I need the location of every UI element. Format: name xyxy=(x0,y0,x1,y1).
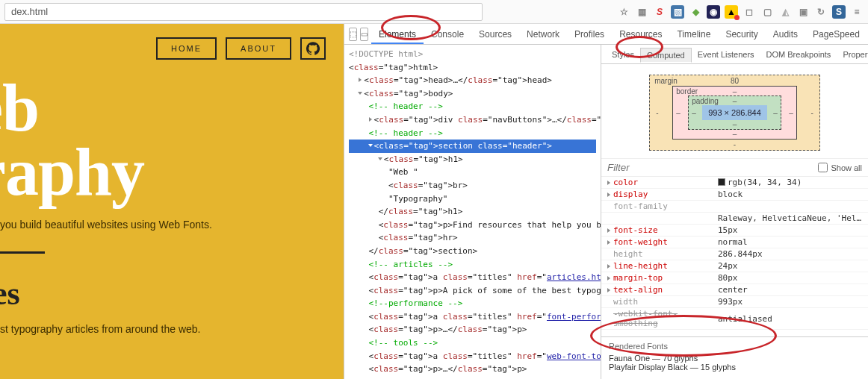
elements-line[interactable]: </class="tag">section> xyxy=(349,245,596,258)
sidebar-tab-event-listeners[interactable]: Event Listeners xyxy=(692,48,760,61)
cloud-icon[interactable]: ◭ xyxy=(778,5,792,19)
elements-line[interactable]: <class="tag">p>Find resources that help … xyxy=(349,219,596,232)
devtools-toolbar: ⬚ ▭ ElementsConsoleSourcesNetworkProfile… xyxy=(344,24,868,45)
computed-prop-row[interactable]: width993px xyxy=(601,296,868,308)
computed-properties[interactable]: colorrgb(34, 34, 34)displayblockfont-fam… xyxy=(601,177,868,336)
rendered-fonts: Rendered Fonts Fauna One — 70 glyphs Pla… xyxy=(601,336,868,379)
elements-line[interactable]: <class="tag">h1> xyxy=(349,153,596,166)
elements-line[interactable]: <!-- header --> xyxy=(349,100,596,113)
computed-prop-row[interactable]: text-aligncenter xyxy=(601,284,868,296)
elements-line[interactable]: <class="tag">body> xyxy=(349,87,596,101)
sidebar-tab-dom-breakpoints[interactable]: DOM Breakpoints xyxy=(760,48,837,61)
site-nav: HOME ABOUT xyxy=(156,37,326,60)
elements-line[interactable]: <class="tag">div class="navButtons">…</c… xyxy=(349,113,596,127)
elements-line[interactable]: <class="tag">section class="header"> xyxy=(349,140,596,153)
elements-line[interactable]: <class="tag">head>…</class="tag">head> xyxy=(349,74,596,87)
computed-prop-row[interactable]: font-family xyxy=(601,201,868,213)
sidebar-tab-styles[interactable]: Styles xyxy=(606,48,640,61)
menu-icon[interactable]: ≡ xyxy=(850,5,864,19)
computed-prop-row[interactable]: font-weightnormal xyxy=(601,237,868,248)
elements-line[interactable]: <!-- books --> xyxy=(349,376,596,379)
devtools-tab-console[interactable]: Console xyxy=(424,26,471,43)
cycle-icon[interactable]: ↻ xyxy=(814,5,828,19)
box-model: margin 80 - - - border – – – – xyxy=(601,64,868,158)
swirl-icon[interactable]: ◉ xyxy=(707,5,720,19)
elements-tree[interactable]: <!DOCTYPE html><class="tag">html> <class… xyxy=(344,45,601,379)
extension-icons: ☆ ▦ S ▧ ◆ ◉ ▲ ◻ ▢ ◭ ▣ ↻ S ≡ xyxy=(617,5,864,19)
devtools-tab-pagespeed[interactable]: PageSpeed xyxy=(805,26,867,43)
elements-line[interactable]: "Typography" xyxy=(349,192,596,206)
grid-icon[interactable]: ▦ xyxy=(635,5,648,19)
devtools-tab-network[interactable]: Network xyxy=(519,26,567,43)
square1-icon[interactable]: ▢ xyxy=(760,5,774,19)
devtools: ⬚ ▭ ElementsConsoleSourcesNetworkProfile… xyxy=(344,24,868,379)
diamond-icon[interactable]: ◆ xyxy=(689,5,702,19)
chat-icon[interactable]: ◻ xyxy=(743,5,756,19)
computed-prop-row[interactable]: line-height24px xyxy=(601,260,868,272)
devtools-tab-elements[interactable]: Elements xyxy=(371,26,424,44)
devtools-tab-resources[interactable]: Resources xyxy=(612,26,669,43)
inspect-icon[interactable]: ⬚ xyxy=(349,28,357,41)
devtools-tab-security[interactable]: Security xyxy=(718,26,765,43)
square2-icon[interactable]: ▣ xyxy=(796,5,810,19)
elements-line[interactable]: <class="tag">p>…</class="tag">p> xyxy=(349,363,596,376)
elements-line[interactable]: <class="tag">a class="titles" href="font… xyxy=(349,310,596,324)
s-icon[interactable]: S xyxy=(653,5,666,19)
rendered-page: HOME ABOUT Web ography you build beautif… xyxy=(0,24,344,379)
devtools-tab-audits[interactable]: Audits xyxy=(766,26,805,43)
rendered-font-row: Fauna One — 70 glyphs xyxy=(609,354,861,363)
devtools-tab-profiles[interactable]: Profiles xyxy=(567,26,612,43)
box-model-content: 993 × 286.844 xyxy=(702,105,767,120)
devtools-sidebar: StylesComputedEvent ListenersDOM Breakpo… xyxy=(601,45,868,379)
star-icon[interactable]: ☆ xyxy=(617,5,630,19)
device-icon[interactable]: ▭ xyxy=(360,28,368,41)
sidebar-tabs: StylesComputedEvent ListenersDOM Breakpo… xyxy=(601,45,868,64)
elements-line[interactable]: <class="tag">a class="titles" href="web-… xyxy=(349,350,596,363)
elements-line[interactable]: <!DOCTYPE html> xyxy=(349,48,596,61)
devtools-tab-sources[interactable]: Sources xyxy=(471,26,519,43)
elements-line[interactable]: </class="tag">h1> xyxy=(349,205,596,219)
elements-line[interactable]: <!--performance --> xyxy=(349,297,596,310)
computed-prop-row[interactable]: -webkit-font-smoothingantialiased xyxy=(601,308,868,330)
elements-line[interactable]: <!-- articles --> xyxy=(349,258,596,272)
elements-line[interactable]: <class="tag">br> xyxy=(349,179,596,192)
show-all-checkbox[interactable]: Show all xyxy=(818,163,862,172)
url-input[interactable] xyxy=(4,3,483,21)
filter-input[interactable] xyxy=(607,162,682,173)
a-alert-icon[interactable]: ▲ xyxy=(725,5,738,19)
nav-home-button[interactable]: HOME xyxy=(156,37,217,60)
github-icon[interactable] xyxy=(300,37,326,60)
sidebar-tab-properties[interactable]: Properties xyxy=(837,48,868,61)
computed-prop-row[interactable]: margin-top80px xyxy=(601,272,868,284)
divider xyxy=(0,251,45,254)
elements-line[interactable]: <class="tag">p>A pick of some of the bes… xyxy=(349,284,596,298)
elements-line[interactable]: <!-- tools --> xyxy=(349,336,596,350)
browser-urlbar: ☆ ▦ S ▧ ◆ ◉ ▲ ◻ ▢ ◭ ▣ ↻ S ≡ xyxy=(0,0,868,24)
section-sub-articles: st typography articles from around the w… xyxy=(0,323,344,335)
computed-prop-row[interactable]: displayblock xyxy=(601,189,868,201)
computed-prop-row[interactable]: Raleway, HelveticaNeue, 'Helvetica Neue'… xyxy=(601,213,868,225)
elements-line[interactable]: <class="tag">p>…</class="tag">p> xyxy=(349,323,596,336)
computed-prop-row[interactable]: height286.844px xyxy=(601,248,868,260)
hero-subtitle: you build beautiful websites using Web F… xyxy=(0,219,344,231)
rendered-font-row: Playfair Display Black — 15 glyphs xyxy=(609,363,861,372)
section-heading-articles: Articles xyxy=(0,275,344,313)
elements-line[interactable]: <class="tag">hr> xyxy=(349,231,596,245)
elements-line[interactable]: <!-- header --> xyxy=(349,127,596,140)
computed-prop-row[interactable]: colorrgb(34, 34, 34) xyxy=(601,177,868,189)
hero-heading: Web ography xyxy=(0,76,344,204)
elements-line[interactable]: <class="tag">a class="titles" href="arti… xyxy=(349,271,596,284)
nav-about-button[interactable]: ABOUT xyxy=(226,37,291,60)
computed-prop-row[interactable]: font-size15px xyxy=(601,225,868,237)
devtools-tab-timeline[interactable]: Timeline xyxy=(669,26,718,43)
s-box-icon[interactable]: S xyxy=(832,5,846,19)
bluebox-icon[interactable]: ▧ xyxy=(671,5,684,19)
elements-line[interactable]: <class="tag">html> xyxy=(349,61,596,75)
sidebar-tab-computed[interactable]: Computed xyxy=(640,48,692,63)
elements-line[interactable]: "Web " xyxy=(349,166,596,179)
filter-row: Show all xyxy=(601,158,868,177)
